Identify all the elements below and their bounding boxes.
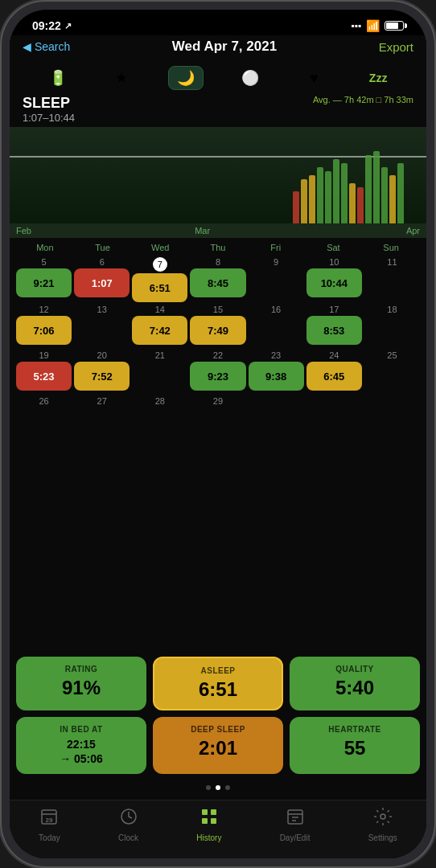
page-dot-2[interactable] [225, 785, 230, 790]
sleep-calendar: MonTueWedThuFriSatSun 59:2161:0776:5188:… [10, 238, 426, 650]
cal-date: 7 [153, 257, 167, 272]
tab-clock-icon [119, 807, 138, 831]
calendar-cell: 27 [74, 396, 130, 440]
day-header: Sat [305, 241, 363, 254]
calendar-cell[interactable]: 195:23 [16, 350, 72, 394]
day-header: Tue [74, 241, 132, 254]
calendar-cell: 28 [132, 396, 187, 440]
chart-bar [349, 183, 356, 223]
stat-box-deep-sleep[interactable]: DEEP SLEEP2:01 [153, 717, 283, 774]
tab-heart[interactable]: ♥ [296, 66, 331, 90]
calendar-cell[interactable]: 1010:44 [306, 257, 362, 302]
calendar-cell: 9 [249, 257, 304, 302]
stat-box-heartrate[interactable]: HEARTRATE55 [290, 717, 420, 774]
tab-moon[interactable]: 🌙 [168, 66, 204, 90]
tab-history-icon [199, 807, 219, 831]
calendar-cell[interactable]: 127:06 [16, 305, 72, 348]
top-nav: ◀ Search Wed Apr 7, 2021 Export [10, 35, 426, 61]
page-dot-0[interactable] [206, 785, 211, 790]
calendar-cell[interactable]: 207:52 [74, 350, 130, 394]
page-dot-1[interactable] [216, 785, 220, 790]
calendar-cell[interactable]: 61:07 [74, 257, 130, 302]
stat-value: 2:01 [199, 737, 237, 760]
sleep-block[interactable]: 6:45 [306, 362, 362, 391]
calendar-cell[interactable]: 147:42 [132, 305, 187, 348]
tab-circle[interactable]: ⚪ [232, 66, 268, 90]
chart-bar [357, 187, 364, 223]
chart-bar [309, 175, 315, 223]
cal-date: 21 [132, 350, 187, 360]
tab-settings-icon [373, 807, 393, 831]
stat-value: 5:40 [335, 677, 374, 699]
sleep-block[interactable]: 7:52 [74, 362, 130, 391]
calendar-cell[interactable]: 157:49 [190, 305, 245, 348]
cal-date: 19 [16, 350, 72, 360]
bottom-tab-bar: 29TodayClockHistoryDay/EditSettings [10, 800, 426, 858]
tab-clock[interactable]: Clock [118, 807, 138, 842]
calendar-cell[interactable]: 76:51 [132, 257, 187, 302]
tab-zzz[interactable]: Zzz [360, 66, 396, 90]
calendar-cell[interactable]: 88:45 [190, 257, 245, 302]
chart-bar [365, 155, 372, 223]
chart-bar [381, 167, 388, 223]
cal-date: 10 [306, 257, 362, 267]
sleep-block[interactable]: 9:23 [190, 362, 245, 391]
stat-value: 6:51 [199, 678, 237, 701]
stat-box-rating[interactable]: RATING91% [16, 657, 146, 710]
calendar-cell: 13 [74, 305, 130, 348]
calendar-cell[interactable]: 59:21 [16, 257, 72, 302]
stat-label: HEARTRATE [328, 725, 380, 734]
calendar-cell[interactable]: 229:23 [190, 350, 245, 394]
calendar-cell: 29 [190, 396, 245, 440]
svg-text:29: 29 [46, 817, 53, 824]
chart-bar [333, 159, 339, 223]
stat-box-asleep[interactable]: ASLEEP6:51 [153, 657, 283, 710]
calendar-cell[interactable]: 239:38 [249, 350, 304, 394]
chart-bar [301, 179, 307, 223]
sleep-block[interactable]: 9:38 [249, 362, 304, 391]
stat-label: ASLEEP [200, 666, 235, 675]
sleep-block[interactable]: 9:21 [16, 268, 72, 297]
cal-date: 27 [74, 396, 130, 406]
tab-history[interactable]: History [196, 807, 221, 842]
sleep-block[interactable]: 1:07 [74, 268, 130, 297]
sleep-block[interactable]: 6:51 [132, 273, 187, 302]
cal-date: 23 [249, 350, 304, 360]
tab-dayedit[interactable]: Day/Edit [280, 807, 311, 842]
cal-date: 20 [74, 350, 130, 360]
back-button[interactable]: ◀ Search [23, 40, 70, 53]
sleep-block[interactable]: 7:42 [132, 316, 187, 345]
calendar-cell[interactable]: 246:45 [306, 350, 362, 394]
sleep-block[interactable]: 8:45 [190, 268, 245, 297]
cal-date: 5 [16, 257, 72, 267]
export-button[interactable]: Export [379, 40, 413, 54]
wifi-icon: 📶 [366, 19, 380, 32]
tab-today[interactable]: 29Today [39, 807, 60, 842]
calendar-grid[interactable]: 59:2161:0776:5188:4591010:4411127:061314… [16, 257, 420, 440]
sleep-title: SLEEP [23, 95, 75, 112]
day-header: Sun [362, 241, 420, 254]
tab-settings-label: Settings [368, 833, 397, 842]
stats-row-2: IN BED AT22:15→ 05:06DEEP SLEEP2:01HEART… [16, 717, 420, 774]
chart-bar [325, 171, 331, 223]
tab-star[interactable]: ★ [104, 66, 139, 90]
sleep-block[interactable]: 8:53 [306, 316, 362, 345]
tab-battery[interactable]: 🔋 [40, 66, 76, 90]
sleep-chart[interactable] [10, 127, 426, 223]
sleep-block[interactable]: 5:23 [16, 362, 72, 391]
tab-settings[interactable]: Settings [368, 807, 397, 842]
calendar-cell [249, 396, 304, 440]
tab-history-label: History [196, 833, 221, 842]
sleep-block[interactable]: 10:44 [306, 268, 362, 297]
tab-today-label: Today [39, 833, 60, 842]
svg-point-12 [380, 814, 385, 819]
sleep-block[interactable]: 7:49 [190, 316, 245, 345]
stat-label: RATING [65, 665, 98, 674]
stat-box-quality[interactable]: QUALITY5:40 [290, 657, 420, 710]
tab-today-icon: 29 [39, 807, 59, 831]
stat-value: 91% [62, 677, 101, 699]
svg-rect-5 [211, 809, 216, 815]
calendar-cell[interactable]: 178:53 [306, 305, 362, 348]
sleep-block[interactable]: 7:06 [16, 316, 72, 345]
stat-box-in-bed-at[interactable]: IN BED AT22:15→ 05:06 [16, 717, 146, 774]
